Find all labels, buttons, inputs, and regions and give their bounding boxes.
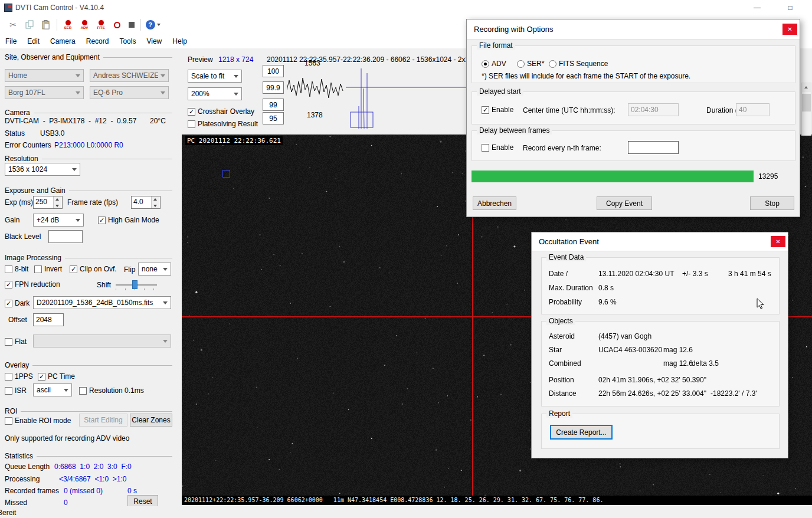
record-ser-button[interactable]: SER [60, 18, 76, 32]
checkbox-label: PC Time [48, 372, 75, 381]
create-report-button[interactable]: Create Report... [550, 425, 613, 440]
maximize-button[interactable]: □ [781, 2, 799, 13]
scale-select[interactable]: Scale to fit [188, 70, 242, 83]
dialog-title: Recording with Options [474, 25, 553, 34]
resolution-01ms-checkbox[interactable]: Resolution 0.1ms [79, 386, 144, 395]
occultation-dialog-titlebar[interactable]: Occultation Event ✕ [532, 232, 788, 251]
invert-checkbox[interactable]: Invert [34, 264, 62, 274]
minimize-button[interactable]: — [748, 2, 766, 13]
menu-view[interactable]: View [141, 34, 167, 48]
chevron-down-icon [76, 74, 80, 77]
titlebar: DVTI Cam Control - V4.10.4 — □ [0, 0, 812, 15]
close-icon[interactable]: ✕ [782, 24, 797, 35]
zoom-select[interactable]: 200% [188, 87, 242, 100]
flip-select[interactable]: none [138, 263, 171, 276]
checkbox-icon [98, 217, 106, 224]
gain-label: Gain [5, 216, 19, 224]
fpn-reduction-checkbox[interactable]: FPN reduction [5, 280, 60, 289]
distance-value: 22h 56m 24.626s, +02 25' 33.004" [598, 389, 706, 398]
adv-radio[interactable]: ADV [482, 59, 506, 68]
clip-on-overflow-checkbox[interactable]: Clip on Ovf. [70, 264, 117, 274]
flat-file-select[interactable] [33, 335, 171, 347]
site-select[interactable]: Home [5, 69, 84, 82]
copy-icon[interactable] [22, 18, 37, 32]
checkbox-label: ISR [15, 386, 27, 395]
platesolving-checkbox[interactable]: Platesolving Result [188, 119, 258, 129]
ser-radio[interactable]: SER* [517, 59, 544, 68]
observer-select[interactable]: Andreas SCHWEIZER [90, 69, 169, 82]
percentile-95-button[interactable]: 95 [263, 112, 284, 124]
telescope-select[interactable]: Borg 107FL [5, 86, 84, 99]
isr-checkbox[interactable]: ISR [5, 386, 27, 395]
resolution-select[interactable]: 1536 x 1024 [5, 163, 80, 176]
gain-select[interactable]: +24 dB [33, 214, 84, 227]
menu-tools[interactable]: Tools [114, 34, 141, 48]
isr-format-select[interactable]: ascii [33, 383, 72, 396]
exposure-input[interactable]: 250 [33, 196, 63, 209]
fits-sequence-radio[interactable]: FITS Sequence [549, 59, 608, 68]
menu-file[interactable]: File [0, 34, 22, 48]
percentile-100-button[interactable]: 100 [263, 65, 284, 77]
center-time-input[interactable]: 02:04:30 [628, 103, 679, 116]
nth-frame-input[interactable] [628, 141, 679, 154]
date-label: Date / [549, 270, 568, 278]
recorded-time-value: 0 s [127, 487, 137, 495]
flat-checkbox[interactable]: Flat [5, 337, 27, 346]
record-adv-button[interactable]: ADV [77, 18, 92, 32]
scrollbar-thumb[interactable] [802, 94, 811, 112]
menu-camera[interactable]: Camera [45, 34, 81, 48]
pc-time-checkbox[interactable]: PC Time [38, 372, 75, 381]
shift-slider[interactable] [116, 280, 157, 290]
stop-icon [129, 22, 135, 28]
8bit-checkbox[interactable]: 8-bit [5, 264, 28, 274]
close-icon[interactable]: ✕ [771, 236, 785, 247]
duration-input[interactable]: 40 [736, 103, 770, 116]
mount-select[interactable]: EQ-6 Pro [90, 86, 169, 99]
high-gain-checkbox[interactable]: High Gain Mode [98, 215, 159, 225]
file-format-group: File format ADV SER* FITS Sequence *) SE… [472, 45, 795, 83]
offset-input[interactable]: 2048 [33, 313, 64, 326]
paste-icon[interactable] [39, 18, 53, 32]
start-editing-button[interactable]: Start Editing [79, 414, 127, 427]
section-resolution: Resolution [5, 155, 172, 163]
help-button[interactable]: ? [144, 18, 162, 32]
radio-icon [517, 60, 525, 68]
1pps-checkbox[interactable]: 1PPS [5, 372, 33, 381]
cut-icon[interactable]: ✂ [6, 18, 20, 32]
spinner-down-icon[interactable] [152, 202, 160, 208]
menu-help[interactable]: Help [167, 34, 192, 48]
dark-checkbox[interactable]: Dark [5, 299, 30, 308]
help-icon: ? [146, 20, 155, 29]
stop-button[interactable]: Stop [750, 196, 794, 210]
group-title: Delayed start [477, 87, 523, 96]
slider-handle[interactable] [132, 280, 137, 289]
clear-zones-button[interactable]: Clear Zones [130, 414, 172, 427]
spinner-up-icon[interactable] [152, 196, 160, 202]
chevron-down-icon [161, 74, 165, 77]
spinner-down-icon[interactable] [54, 202, 62, 208]
black-level-input[interactable] [48, 230, 83, 243]
record-options-button[interactable] [110, 18, 124, 32]
delayed-start-enable-checkbox[interactable]: Enable [482, 105, 513, 114]
flip-label: Flip [124, 265, 135, 274]
menu-record[interactable]: Record [81, 34, 114, 48]
checkbox-label: 8-bit [15, 265, 28, 273]
menu-edit[interactable]: Edit [22, 34, 45, 48]
stop-recording-button[interactable] [125, 18, 138, 32]
dark-file-select[interactable]: D20201109_1536_24dB_0150ms.fits [33, 296, 171, 309]
record-fits-button[interactable]: FITS [93, 18, 109, 32]
star-label: Star [549, 346, 562, 354]
copy-event-button[interactable]: Copy Event [597, 196, 652, 210]
recording-dialog-titlebar[interactable]: Recording with Options ✕ [467, 19, 800, 40]
stretch-scrollbar[interactable] [801, 83, 811, 136]
percentile-99.9-button[interactable]: 99.9 [263, 81, 284, 94]
crosshair-overlay-checkbox[interactable]: Crosshair Overlay [188, 107, 254, 116]
spinner-up-icon[interactable] [54, 196, 62, 202]
between-frames-enable-checkbox[interactable]: Enable [482, 143, 513, 152]
distance-extra: -18223.2' / 7.3' [711, 389, 757, 398]
enable-roi-checkbox[interactable]: Enable ROI mode [5, 416, 71, 425]
scroll-up-icon[interactable] [802, 83, 811, 92]
framerate-input[interactable]: 4.0 [131, 196, 161, 209]
percentile-99-button[interactable]: 99 [263, 99, 284, 111]
cancel-button[interactable]: Abbrechen [473, 196, 516, 210]
